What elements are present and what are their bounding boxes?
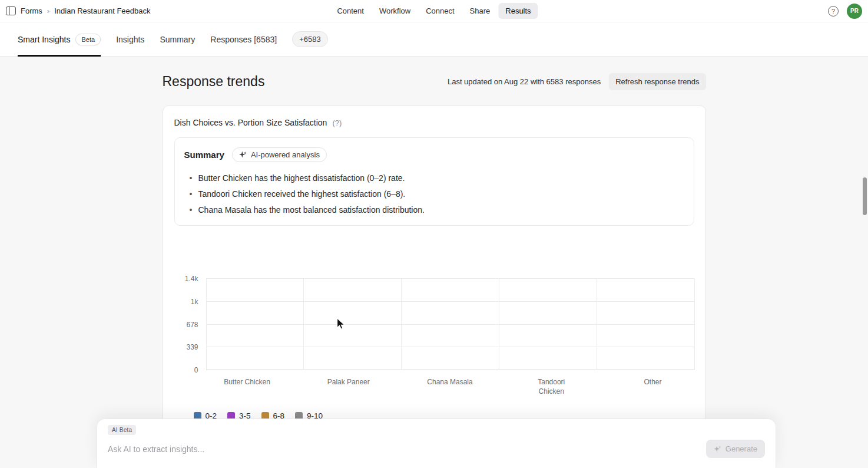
chart-plot [206,279,694,370]
tab-responses[interactable]: Responses [6583] [210,22,277,56]
tab-smart-insights[interactable]: Smart Insights Beta [18,22,101,56]
topbar-actions: ? PR [828,4,862,19]
summary-bullet-list: Butter Chicken has the highest dissatisf… [184,170,684,218]
x-tick-label: Chana Masala [410,378,490,396]
tab-responses-label: Responses [6583] [210,35,277,44]
ai-summary-box: Summary AI-powered analysis Butter Chick… [174,137,694,226]
nav-item-connect[interactable]: Connect [419,3,461,19]
y-tick-label: 0 [194,366,198,374]
main-content: Response trends Last updated on Aug 22 w… [163,73,706,444]
generate-label: Generate [725,444,757,453]
primary-nav: Content Workflow Connect Share Results [330,3,538,19]
sparkle-icon [239,151,247,159]
nav-item-workflow[interactable]: Workflow [372,3,418,19]
tab-insights-label: Insights [116,35,144,44]
tab-smart-insights-label: Smart Insights [18,35,70,44]
ask-ai-bar: AI Beta Generate [97,418,776,468]
bar-palak-paneer[interactable] [309,367,389,370]
x-tick-label: Other [613,378,693,396]
summary-heading: Summary [184,150,224,160]
form-title: Indian Restaurant Feedback [54,6,150,15]
breadcrumb-chevron-icon: › [47,6,49,15]
tab-summary[interactable]: Summary [160,22,195,56]
summary-bullet: Butter Chicken has the highest dissatisf… [184,170,684,186]
stacked-bar-chart: 03396781k1.4k Butter ChickenPalak Paneer… [174,279,694,420]
page-head: Response trends Last updated on Aug 22 w… [163,73,706,90]
bar-other[interactable] [613,367,693,370]
nav-item-results[interactable]: Results [498,3,538,19]
generate-sparkle-icon [714,445,721,453]
y-tick-label: 1k [191,298,198,306]
x-tick-label: Butter Chicken [207,378,287,396]
bar-butter-chicken[interactable] [207,367,287,370]
trend-card: Dish Choices vs. Portion Size Satisfacti… [163,106,706,444]
tab-insights[interactable]: Insights [116,22,144,56]
y-tick-label: 678 [186,321,198,329]
bars-container [206,279,694,370]
ai-powered-badge: AI-powered analysis [232,147,327,162]
scrollbar-thumb[interactable] [863,177,867,215]
chart-help-icon[interactable]: (?) [332,118,342,127]
chart-x-axis: Butter ChickenPalak PaneerChana MasalaTa… [206,378,694,396]
results-tabbar: Smart Insights Beta Insights Summary Res… [0,22,868,57]
chart-title: Dish Choices vs. Portion Size Satisfacti… [174,118,327,127]
beta-badge: Beta [75,34,101,45]
x-tick-label: Tandoori Chicken [511,378,591,396]
nav-item-share[interactable]: Share [463,3,498,19]
v-gridline [694,279,695,370]
summary-bullet: Tandoori Chicken received the highest sa… [184,186,684,202]
ask-ai-input[interactable] [108,444,697,454]
refresh-response-trends-button[interactable]: Refresh response trends [609,73,705,90]
generate-button[interactable]: Generate [706,440,765,458]
bar-tandoori-chicken[interactable] [511,367,591,370]
tab-summary-label: Summary [160,35,195,44]
product-name[interactable]: Forms [21,6,42,15]
new-responses-pill[interactable]: +6583 [292,31,328,47]
avatar[interactable]: PR [847,4,862,19]
y-tick-label: 339 [186,343,198,351]
summary-bullet: Chana Masala has the most balanced satis… [184,202,684,218]
bar-chana-masala[interactable] [410,367,490,370]
ai-beta-badge: AI Beta [108,425,136,435]
sidebar-toggle-icon[interactable] [6,6,16,15]
topbar: Forms › Indian Restaurant Feedback Conte… [0,0,868,22]
last-updated-text: Last updated on Aug 22 with 6583 respons… [448,77,601,86]
page-title: Response trends [163,74,265,90]
ai-powered-label: AI-powered analysis [251,150,320,159]
y-tick-label: 1.4k [185,275,198,283]
help-icon[interactable]: ? [828,6,839,17]
nav-item-content[interactable]: Content [330,3,371,19]
chart-y-axis: 03396781k1.4k [174,279,206,370]
x-tick-label: Palak Paneer [309,378,389,396]
breadcrumb: Forms › Indian Restaurant Feedback [6,6,151,15]
